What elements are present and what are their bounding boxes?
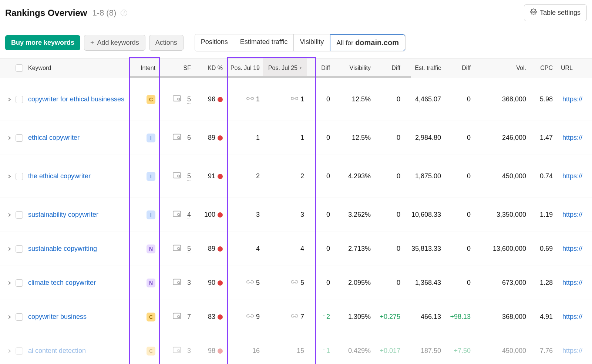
select-all-checkbox[interactable]	[16, 64, 23, 72]
col-visibility[interactable]: Visibility	[333, 65, 374, 71]
col-url[interactable]: URL	[556, 65, 585, 71]
info-icon[interactable]: i	[121, 10, 127, 16]
intent-badge: I	[147, 134, 155, 142]
visibility-cell: 1.305%	[333, 313, 374, 321]
row-checkbox[interactable]	[16, 96, 23, 103]
actions-button[interactable]: Actions	[149, 35, 184, 51]
seg-all-for-domain[interactable]: All for domain.com	[330, 34, 405, 51]
col-vol[interactable]: Vol.	[474, 65, 529, 71]
serp-features-icon[interactable]	[173, 245, 181, 253]
row-checkbox[interactable]	[16, 347, 23, 355]
url-link[interactable]: https://	[559, 347, 582, 354]
serp-features-icon[interactable]	[173, 210, 181, 219]
col-keyword[interactable]: Keyword	[25, 65, 129, 71]
col-pos1[interactable]: Pos. Jul 19	[226, 65, 263, 71]
cpc-value: 1.28	[540, 279, 553, 286]
keyword-link[interactable]: sustainable copywriting	[28, 245, 97, 252]
col-diff1[interactable]: Diff	[307, 65, 333, 71]
serp-features-icon[interactable]	[173, 172, 181, 181]
seg-positions[interactable]: Positions	[195, 34, 234, 51]
serp-features-icon[interactable]	[173, 313, 181, 321]
expand-caret-icon[interactable]	[6, 313, 13, 321]
expand-caret-icon[interactable]	[6, 96, 13, 103]
kd-difficulty-dot	[218, 280, 223, 286]
url-link[interactable]: https://	[559, 211, 582, 218]
add-keywords-button[interactable]: + Add keywords	[84, 35, 145, 51]
diff-position: 0	[326, 211, 330, 218]
keyword-cell: copywriter for ethical businesses	[25, 95, 129, 103]
pos2-cell: 1	[263, 95, 307, 103]
sf-cell: 5	[158, 95, 194, 104]
pos2-cell: 15	[263, 347, 307, 355]
expand-caret-icon[interactable]	[6, 347, 13, 355]
url-link[interactable]: https://	[559, 279, 582, 286]
kd-cell: 90	[194, 279, 226, 287]
keyword-link[interactable]: the ethical copywriter	[28, 172, 91, 180]
row-checkbox[interactable]	[16, 173, 23, 180]
diff-visibility: 0	[397, 172, 400, 180]
col-traffic[interactable]: Est. traffic	[403, 65, 444, 71]
col-diff3[interactable]: Diff	[444, 65, 474, 71]
col-intent[interactable]: Intent	[129, 65, 158, 71]
expand-caret-icon[interactable]	[6, 134, 13, 142]
col-cpc[interactable]: CPC	[529, 65, 556, 71]
traffic-value: 187.50	[421, 347, 441, 354]
url-link[interactable]: https://	[559, 172, 582, 180]
visibility-value: 4.293%	[348, 172, 371, 180]
visibility-cell: 2.713%	[333, 245, 374, 253]
cpc-cell: 0.69	[529, 245, 556, 253]
row-checkbox[interactable]	[16, 134, 23, 142]
col-diff2[interactable]: Diff	[374, 65, 403, 71]
seg-visibility[interactable]: Visibility	[294, 34, 330, 51]
expand-caret-icon[interactable]	[6, 173, 13, 180]
expand-caret-icon[interactable]	[6, 245, 13, 253]
link-icon	[291, 95, 298, 103]
diff1-cell: 1	[307, 347, 333, 355]
checkbox-cell	[13, 279, 25, 287]
url-link[interactable]: https://	[559, 134, 582, 141]
diff-position: 0	[326, 172, 330, 180]
url-link[interactable]: https://	[559, 313, 582, 320]
diff3-cell: 0	[444, 211, 474, 219]
keyword-link[interactable]: climate tech copywriter	[28, 279, 96, 286]
url-link[interactable]: https://	[559, 245, 582, 252]
keyword-link[interactable]: copywriter business	[28, 313, 87, 320]
diff-traffic: 0	[467, 211, 471, 218]
pos1-cell: 2	[226, 172, 263, 180]
serp-features-icon[interactable]	[173, 347, 181, 355]
expand-caret-icon[interactable]	[6, 211, 13, 219]
position-jul19: 9	[256, 313, 260, 321]
keyword-link[interactable]: copywriter for ethical businesses	[28, 95, 124, 103]
diff-traffic: 0	[467, 172, 471, 180]
serp-features-icon[interactable]	[173, 95, 181, 104]
url-cell: https://	[556, 134, 585, 142]
serp-features-icon[interactable]	[173, 279, 181, 287]
traffic-cell: 187.50	[403, 347, 444, 355]
row-checkbox[interactable]	[16, 211, 23, 219]
seg-traffic[interactable]: Estimated traffic	[234, 34, 294, 51]
intent-cell: N	[129, 279, 158, 287]
col-sf[interactable]: SF	[158, 65, 194, 71]
row-checkbox[interactable]	[16, 313, 23, 321]
col-kd[interactable]: KD %	[194, 65, 226, 71]
sf-cell: 5	[158, 245, 194, 253]
table-row: sustainable copywritingN5894402.713%035,…	[0, 232, 592, 266]
cpc-value: 1.47	[540, 134, 553, 141]
keyword-link[interactable]: sustainability copywriter	[28, 211, 98, 218]
url-link[interactable]: https://	[559, 95, 582, 103]
svg-line-3	[179, 100, 180, 101]
buy-keywords-button[interactable]: Buy more keywords	[5, 35, 80, 50]
row-checkbox[interactable]	[16, 245, 23, 253]
keyword-link[interactable]: ai content detection	[28, 347, 86, 354]
volume-value: 368,000	[502, 313, 526, 320]
table-settings-button[interactable]: Table settings	[524, 4, 587, 21]
serp-features-icon[interactable]	[173, 134, 181, 142]
diff-position: 0	[326, 95, 330, 103]
expand-caret-icon[interactable]	[6, 279, 13, 287]
keyword-link[interactable]: ethical copywriter	[28, 134, 80, 141]
kd-cell: 96	[194, 95, 226, 103]
row-checkbox[interactable]	[16, 279, 23, 287]
position-jul19: 3	[256, 211, 260, 219]
col-pos2[interactable]: Pos. Jul 25	[263, 58, 307, 78]
sf-count: 4	[187, 211, 191, 219]
